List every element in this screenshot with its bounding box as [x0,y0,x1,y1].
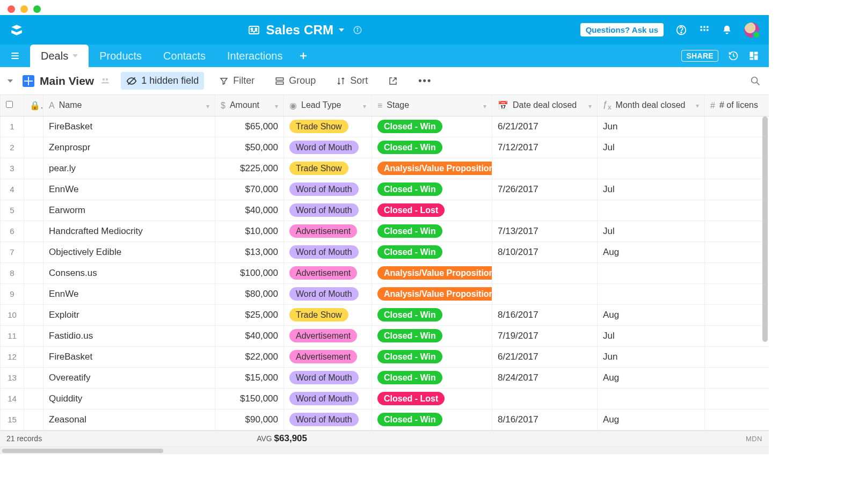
cell-amount[interactable]: $10,000 [215,221,284,242]
cell-lead-type[interactable]: Advertisement [284,346,372,367]
cell-amount[interactable]: $150,000 [215,388,284,409]
cell-amount[interactable]: $65,000 [215,116,284,137]
cell-name[interactable]: Handcrafted Mediocrity [43,221,215,242]
cell-lead-type[interactable]: Advertisement [284,262,372,283]
row-number[interactable]: 4 [1,179,24,200]
table-row[interactable]: 3pear.ly$225,000Trade ShowAnalysis/Value… [1,158,769,179]
cell-date-closed[interactable] [492,158,598,179]
cell-month-closed[interactable]: Jun [598,116,705,137]
table-row[interactable]: 14Quiddity$150,000Word of MouthClosed - … [1,388,769,409]
blocks-icon[interactable] [748,50,759,61]
cell-amount[interactable]: $225,000 [215,158,284,179]
minimize-window[interactable] [20,5,28,13]
base-title[interactable]: Sales CRM [266,23,333,38]
cell-amount[interactable]: $100,000 [215,262,284,283]
history-icon[interactable] [728,50,739,61]
cell-date-closed[interactable]: 8/10/2017 [492,242,598,262]
cell-stage[interactable]: Closed - Win [372,221,492,242]
cell-stage[interactable]: Closed - Win [372,346,492,367]
cell-month-closed[interactable] [598,262,705,283]
app-logo[interactable] [10,23,24,37]
cell-stage[interactable]: Closed - Win [372,137,492,158]
notifications-icon[interactable] [722,25,732,35]
horizontal-scrollbar[interactable] [0,447,769,454]
share-view-icon[interactable] [383,73,403,89]
cell-amount[interactable]: $22,000 [215,346,284,367]
row-number[interactable]: 2 [1,137,24,158]
cell-stage[interactable]: Closed - Win [372,325,492,346]
table-row[interactable]: 6Handcrafted Mediocrity$10,000Advertisem… [1,221,769,242]
cell-lead-type[interactable]: Word of Mouth [284,388,372,409]
row-number[interactable]: 12 [1,346,24,367]
expand-cell[interactable] [24,158,43,179]
column-amount[interactable]: $Amount▾ [215,95,284,116]
cell-stage[interactable]: Closed - Win [372,179,492,200]
cell-licenses[interactable] [705,221,769,242]
cell-name[interactable]: Consens.us [43,262,215,283]
cell-lead-type[interactable]: Advertisement [284,221,372,242]
expand-cell[interactable] [24,262,43,283]
cell-date-closed[interactable]: 6/21/2017 [492,116,598,137]
cell-lead-type[interactable]: Word of Mouth [284,137,372,158]
cell-date-closed[interactable]: 7/12/2017 [492,137,598,158]
cell-amount[interactable]: $90,000 [215,409,284,430]
table-row[interactable]: 11Fastidio.us$40,000AdvertisementClosed … [1,325,769,346]
cell-lead-type[interactable]: Word of Mouth [284,242,372,262]
record-count[interactable]: 21 records [6,434,42,443]
cell-stage[interactable]: Closed - Win [372,242,492,262]
cell-name[interactable]: EnnWe [43,179,215,200]
sidebar-toggle-icon[interactable] [10,50,20,61]
cell-date-closed[interactable]: 7/13/2017 [492,221,598,242]
cell-amount[interactable]: $80,000 [215,283,284,304]
table-row[interactable]: 10Exploitr$25,000Trade ShowClosed - Win8… [1,304,769,325]
cell-licenses[interactable] [705,304,769,325]
row-number[interactable]: 6 [1,221,24,242]
tab-contacts[interactable]: Contacts [152,45,216,67]
column-stage[interactable]: ≡Stage▾ [372,95,492,116]
cell-stage[interactable]: Closed - Lost [372,388,492,409]
cell-lead-type[interactable]: Advertisement [284,325,372,346]
tab-deals[interactable]: Deals [30,45,89,67]
expand-cell[interactable] [24,221,43,242]
column-month-closed[interactable]: ƒxMonth deal closed▾ [598,95,705,116]
cell-amount[interactable]: $40,000 [215,200,284,221]
cell-lead-type[interactable]: Word of Mouth [284,367,372,388]
row-number[interactable]: 14 [1,388,24,409]
add-table-button[interactable] [299,51,308,61]
row-number[interactable]: 11 [1,325,24,346]
expand-cell[interactable] [24,409,43,430]
table-row[interactable]: 4EnnWe$70,000Word of MouthClosed - Win7/… [1,179,769,200]
cell-stage[interactable]: Analysis/Value Proposition [372,262,492,283]
expand-cell[interactable] [24,304,43,325]
table-row[interactable]: 13Overeatify$15,000Word of MouthClosed -… [1,367,769,388]
cell-name[interactable]: Zenprospr [43,137,215,158]
cell-month-closed[interactable]: Aug [598,409,705,430]
cell-lead-type[interactable]: Trade Show [284,116,372,137]
column-lead-type[interactable]: ◉Lead Type▾ [284,95,372,116]
summary-right[interactable]: MDN [746,435,762,443]
row-number[interactable]: 13 [1,367,24,388]
cell-stage[interactable]: Analysis/Value Proposition [372,158,492,179]
cell-date-closed[interactable]: 8/16/2017 [492,409,598,430]
tab-products[interactable]: Products [89,45,152,67]
cell-stage[interactable]: Closed - Lost [372,200,492,221]
cell-licenses[interactable] [705,179,769,200]
view-switcher[interactable]: Main View [23,75,111,87]
cell-name[interactable]: Overeatify [43,367,215,388]
table-row[interactable]: 7Objectively Edible$13,000Word of MouthC… [1,242,769,262]
cell-stage[interactable]: Closed - Win [372,367,492,388]
cell-amount[interactable]: $25,000 [215,304,284,325]
cell-date-closed[interactable]: 7/26/2017 [492,179,598,200]
table-row[interactable]: 1FireBasket$65,000Trade ShowClosed - Win… [1,116,769,137]
tab-interactions[interactable]: Interactions [216,45,293,67]
table-row[interactable]: 15Zeasonal$90,000Word of MouthClosed - W… [1,409,769,430]
vertical-scrollbar[interactable] [762,116,768,428]
cell-lead-type[interactable]: Word of Mouth [284,200,372,221]
cell-month-closed[interactable] [598,158,705,179]
expand-cell[interactable] [24,367,43,388]
table-row[interactable]: 5Earworm$40,000Word of MouthClosed - Los… [1,200,769,221]
expand-cell[interactable] [24,242,43,262]
cell-month-closed[interactable]: Jul [598,137,705,158]
cell-name[interactable]: FireBasket [43,116,215,137]
cell-licenses[interactable] [705,262,769,283]
